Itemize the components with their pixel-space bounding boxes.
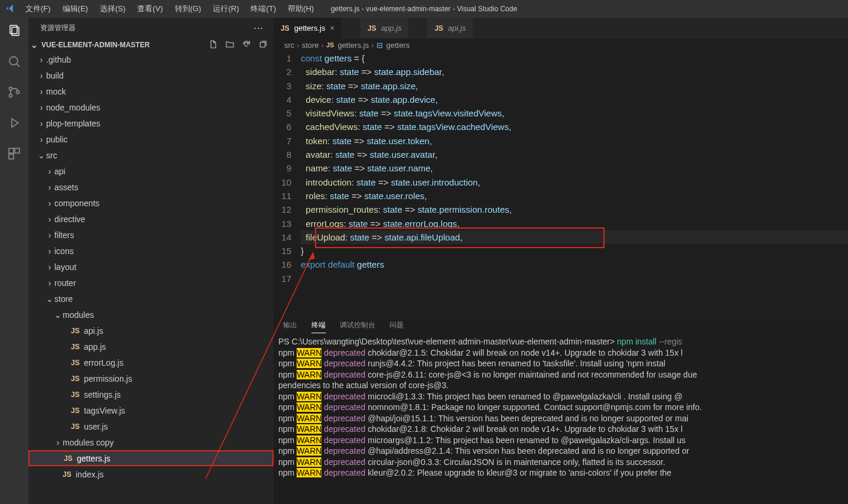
tree-folder[interactable]: ›public: [28, 131, 274, 147]
terminal-tab[interactable]: 终端: [311, 320, 326, 333]
svg-point-3: [9, 87, 12, 90]
tree-folder[interactable]: ›modules copy: [28, 434, 274, 450]
tab-label: api.js: [448, 24, 466, 32]
tree-folder[interactable]: ›router: [28, 275, 274, 291]
js-file-icon: JS: [71, 391, 82, 399]
tree-folder[interactable]: ›mock: [28, 83, 274, 99]
tree-item-label: public: [46, 135, 68, 144]
editor-tab[interactable]: JSapp.js: [360, 18, 408, 38]
menu-item[interactable]: 编辑(E): [58, 2, 93, 16]
run-debug-icon[interactable]: [7, 116, 21, 132]
tree-folder[interactable]: ›api: [28, 163, 274, 179]
tree-folder[interactable]: ›node_modules: [28, 99, 274, 115]
tree-item-label: api: [54, 167, 66, 176]
tree-folder[interactable]: ›layout: [28, 259, 274, 275]
svg-point-5: [17, 91, 20, 94]
breadcrumb-item[interactable]: store: [302, 41, 319, 50]
tree-item-label: errorLog.js: [84, 358, 124, 368]
sidebar-header-label: VUE-ELEMENT-ADMIN-MASTER: [41, 41, 150, 49]
tree-folder[interactable]: ›filters: [28, 227, 274, 243]
chevron-down-icon[interactable]: ⌄: [31, 40, 39, 50]
tree-item-label: node_modules: [46, 103, 100, 112]
tree-item-label: plop-templates: [46, 119, 100, 128]
js-file-icon: JS: [64, 454, 74, 463]
svg-rect-8: [9, 154, 14, 159]
js-file-icon: JS: [326, 41, 334, 48]
tree-folder[interactable]: ⌄src: [28, 147, 274, 163]
menu-item[interactable]: 帮助(H): [283, 2, 319, 16]
annotation-box: [315, 227, 605, 248]
svg-rect-1: [12, 27, 19, 35]
svg-rect-0: [10, 25, 17, 34]
tree-item-label: index.js: [76, 470, 103, 479]
menu-item[interactable]: 转到(G): [170, 2, 206, 16]
chevron-icon: ›: [45, 214, 54, 224]
code-editor[interactable]: 1234567891011121314151617 const getters …: [274, 51, 848, 316]
tree-file[interactable]: JSapp.js: [28, 339, 274, 355]
chevron-icon: ›: [37, 103, 46, 112]
chevron-icon: ⌄: [45, 294, 54, 304]
tree-file[interactable]: JSpermission.js: [28, 370, 274, 386]
breadcrumb-item[interactable]: getters.js: [337, 41, 369, 50]
terminal-tab[interactable]: 调试控制台: [340, 320, 375, 333]
menu-item[interactable]: 文件(F): [21, 2, 56, 16]
explorer-icon[interactable]: [7, 24, 21, 40]
source-control-icon[interactable]: [7, 85, 21, 102]
tree-item-label: build: [46, 71, 64, 80]
chevron-icon: ›: [37, 87, 46, 96]
breadcrumb-item[interactable]: getters: [386, 41, 410, 50]
refresh-icon[interactable]: [242, 40, 251, 51]
tree-file[interactable]: JSerrorLog.js: [28, 355, 274, 370]
sidebar-more-icon[interactable]: ⋯: [254, 22, 263, 34]
js-file-icon: JS: [71, 327, 82, 335]
tree-file[interactable]: JStagsView.js: [28, 402, 274, 418]
tree-folder[interactable]: ›components: [28, 195, 274, 211]
editor-tab[interactable]: JSgetters.js×: [274, 18, 342, 38]
js-file-icon: JS: [71, 359, 82, 367]
tree-item-label: assets: [54, 183, 78, 192]
extensions-icon[interactable]: [7, 147, 21, 163]
js-file-icon: JS: [71, 407, 82, 415]
chevron-right-icon: ›: [321, 41, 324, 50]
editor-tab[interactable]: JSapi.js: [427, 18, 473, 38]
tree-folder[interactable]: ›plop-templates: [28, 115, 274, 131]
tree-file[interactable]: JSindex.js: [28, 466, 274, 482]
close-icon[interactable]: ×: [330, 24, 334, 32]
tab-bar: JSgetters.js×JSapp.jsJSapi.js: [274, 18, 848, 38]
menu-item[interactable]: 查看(V): [132, 2, 167, 16]
tree-item-label: router: [54, 278, 76, 288]
chevron-icon: ›: [37, 55, 46, 64]
window-title: getters.js - vue-element-admin-master - …: [331, 5, 517, 13]
tree-folder[interactable]: ›build: [28, 67, 274, 83]
chevron-icon: ›: [45, 199, 54, 208]
breadcrumb-item[interactable]: src: [284, 41, 294, 50]
tree-folder[interactable]: ›.github: [28, 51, 274, 67]
terminal-output[interactable]: PS C:\Users\wangting\Desktop\test\vue-el…: [274, 336, 848, 504]
terminal-tab[interactable]: 问题: [389, 320, 404, 333]
chevron-icon: ›: [45, 167, 54, 176]
menu-item[interactable]: 选择(S): [95, 2, 130, 16]
breadcrumb[interactable]: src›store›JSgetters.js›⊟getters: [274, 38, 848, 51]
terminal-tab[interactable]: 输出: [283, 320, 297, 333]
tree-item-label: permission.js: [84, 374, 132, 383]
tree-file[interactable]: JSsettings.js: [28, 386, 274, 402]
new-file-icon[interactable]: [209, 40, 218, 51]
chevron-icon: ⌄: [37, 151, 46, 160]
sidebar: 资源管理器 ⋯ ⌄VUE-ELEMENT-ADMIN-MASTER ›.gith…: [28, 18, 274, 504]
tree-item-label: getters.js: [77, 454, 111, 463]
tree-file[interactable]: JSapi.js: [28, 323, 274, 339]
tree-folder[interactable]: ⌄modules: [28, 307, 274, 323]
tree-folder[interactable]: ›directive: [28, 211, 274, 227]
tree-item-label: mock: [46, 87, 66, 96]
search-icon[interactable]: [7, 54, 21, 71]
tree-file[interactable]: JSuser.js: [28, 418, 274, 434]
tree-folder[interactable]: ⌄store: [28, 291, 274, 307]
chevron-icon: ›: [37, 71, 46, 80]
menu-item[interactable]: 终端(T): [246, 2, 281, 16]
tree-file[interactable]: JSgetters.js: [28, 450, 274, 466]
tree-folder[interactable]: ›icons: [28, 243, 274, 259]
menu-item[interactable]: 运行(R): [208, 2, 243, 16]
tree-folder[interactable]: ›assets: [28, 179, 274, 195]
new-folder-icon[interactable]: [225, 40, 235, 51]
collapse-all-icon[interactable]: [258, 40, 268, 51]
